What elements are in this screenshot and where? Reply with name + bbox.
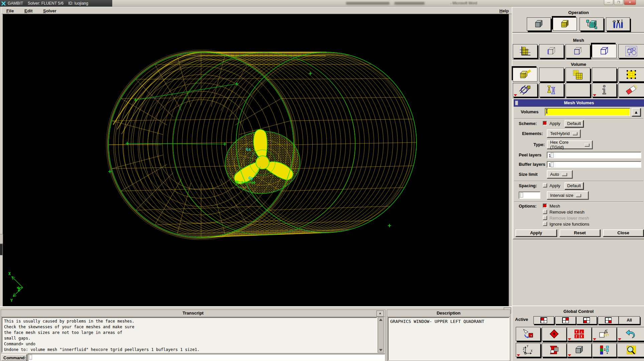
option-menu-glyph <box>576 194 581 197</box>
volume-tool-blank-2[interactable] <box>592 68 617 82</box>
transcript-line: This is usually caused by problems in th… <box>4 319 375 324</box>
convert-mesh-icon <box>545 85 557 95</box>
smooth-mesh-icon <box>625 69 637 80</box>
volume-pick-list-button[interactable]: ▲ <box>632 108 641 116</box>
convert-volume-mesh-button[interactable] <box>539 83 564 97</box>
mesh-title: Mesh <box>512 38 644 43</box>
menu-help[interactable]: Help <box>497 8 511 14</box>
boundary-layer-mesh-button[interactable] <box>513 44 537 58</box>
type-label: Type: <box>533 142 545 147</box>
copy-volume-mesh-button[interactable] <box>566 68 590 82</box>
form-title: Mesh Volumes <box>514 99 644 107</box>
group-mesh-icon <box>625 45 638 57</box>
geometry-command-button[interactable] <box>527 17 551 31</box>
geometry-cube-icon <box>533 19 544 29</box>
svg-text:X: X <box>8 271 11 276</box>
graphics-canvas[interactable]: Gx Gy X Y Z <box>3 14 509 307</box>
scheme-apply-checkbox[interactable] <box>543 121 547 125</box>
close-button[interactable]: ✕ <box>624 0 636 5</box>
transcript-line: Undone to: volume mesh "innerfluid" hexc… <box>4 347 375 353</box>
scheme-default-button[interactable]: Default <box>565 120 584 127</box>
option-remove-lower-mesh-checkbox[interactable] <box>543 216 547 220</box>
option-mesh-checkbox[interactable] <box>543 204 547 208</box>
spacing-apply-checkbox[interactable] <box>543 183 547 188</box>
active-quadrant-upper-right-button[interactable] <box>555 316 576 324</box>
active-quadrant-upper-left-button[interactable] <box>533 316 554 324</box>
delete-volume-mesh-button[interactable] <box>618 83 644 97</box>
undo-button[interactable] <box>617 327 644 341</box>
display-attributes-button[interactable] <box>542 343 567 357</box>
zones-command-button[interactable] <box>580 17 604 31</box>
bottom-area: ▲ Transcript ▲ This is usually caused by… <box>0 306 512 361</box>
elements-dropdown[interactable]: Tet/Hybrid <box>547 129 581 138</box>
volume-tool-blank-1[interactable] <box>539 68 564 82</box>
gambit-logo-icon <box>1 1 6 6</box>
separator <box>514 202 643 202</box>
orient-model-button[interactable]: Y ⊥ Z X <box>567 327 592 341</box>
transcript-scrollbar[interactable] <box>378 317 384 353</box>
blurred-title-blob <box>346 2 389 5</box>
volume-title: Volume <box>512 62 644 67</box>
menu-edit[interactable]: Edit <box>22 8 35 14</box>
option-remove-old-mesh-checkbox[interactable] <box>543 210 547 214</box>
fit-to-window-button[interactable] <box>516 327 540 341</box>
shade-light-button[interactable] <box>592 327 617 341</box>
svg-text:Y: Y <box>576 330 578 334</box>
group-mesh-button[interactable] <box>618 44 644 58</box>
volume-mesh-button[interactable] <box>592 44 617 58</box>
active-label: Active <box>515 317 528 322</box>
axis-display-button[interactable]: Y Z X <box>516 343 540 357</box>
tools-command-button[interactable] <box>606 17 630 31</box>
size-limit-dropdown[interactable]: Auto <box>547 170 573 178</box>
transcript-line: Command> undo <box>4 341 375 347</box>
type-dropdown[interactable]: Hex Core (TGrid) <box>547 140 593 149</box>
face-mesh-button[interactable] <box>566 44 590 58</box>
menu-file[interactable]: File <box>4 8 16 14</box>
spacing-label: Spacing: <box>519 183 537 188</box>
gambit-title-bar[interactable]: GAMBIT Solver: FLUENT 5/6 ID: luojiang <box>0 0 112 7</box>
transcript-line: Check the skewnesses of your face meshes… <box>4 324 375 330</box>
zoom-button[interactable] <box>542 327 567 341</box>
session-id-label: ID: luojiang <box>68 1 88 6</box>
background-window-fragment <box>0 234 3 244</box>
smooth-volume-mesh-button[interactable] <box>618 68 644 82</box>
active-all-quadrants-button[interactable]: All <box>619 316 640 324</box>
edge-mesh-button[interactable] <box>539 44 564 58</box>
volume-tool-blank-3[interactable] <box>566 83 590 97</box>
volumes-input[interactable] <box>545 108 630 116</box>
volumes-label: Volumes <box>521 109 538 114</box>
render-mode-button[interactable] <box>567 343 592 357</box>
transcript-scroll-up-button[interactable]: ▲ <box>376 311 384 317</box>
mesh-volumes-tool-button[interactable] <box>513 68 537 82</box>
undo-arrow-icon <box>624 329 637 339</box>
minimize-button[interactable]: — <box>604 0 613 5</box>
spacing-default-button[interactable]: Default <box>565 182 584 190</box>
option-ignore-size-functions-checkbox[interactable] <box>543 222 547 226</box>
transcript-text[interactable]: This is usually caused by problems in th… <box>2 317 377 353</box>
svg-text:Y: Y <box>10 298 13 303</box>
reset-button[interactable]: Reset <box>559 229 600 237</box>
svg-text:Y: Y <box>527 345 528 348</box>
mesh-command-button[interactable] <box>553 17 577 31</box>
dropdown-indicator <box>517 354 520 356</box>
examine-mesh-button[interactable] <box>617 343 644 357</box>
apply-button[interactable]: Apply <box>515 229 557 237</box>
form-grip <box>515 101 518 105</box>
link-volume-mesh-button[interactable] <box>513 83 537 97</box>
peel-layers-input[interactable]: 1 <box>547 152 641 158</box>
color-code-button[interactable] <box>592 343 617 357</box>
buffer-layers-input[interactable]: 1 <box>547 161 641 168</box>
propeller-hub <box>256 156 269 169</box>
active-quadrant-lower-right-button[interactable] <box>598 316 619 324</box>
volume-mesh-info-button[interactable] <box>592 83 617 97</box>
command-input[interactable] <box>28 354 385 361</box>
active-quadrant-lower-left-button[interactable] <box>576 316 597 324</box>
link-mesh-icon <box>519 85 531 95</box>
restore-button[interactable]: ❐ <box>614 0 623 5</box>
spacing-input[interactable] <box>519 192 540 199</box>
spacing-mode-dropdown[interactable]: Interval size <box>547 191 589 200</box>
quadrant-upper-left-icon <box>540 317 547 323</box>
close-button-form[interactable]: Close <box>603 229 644 237</box>
zoom-diamond-icon <box>548 329 560 339</box>
menu-solver[interactable]: Solver <box>41 8 58 14</box>
